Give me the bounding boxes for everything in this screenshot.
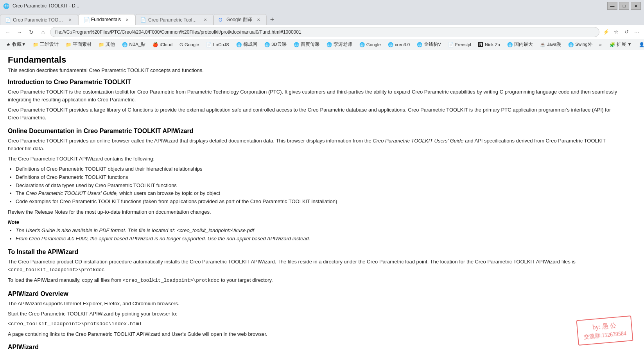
tab-close-1[interactable]: ✕ <box>67 17 73 23</box>
bookmark-flat[interactable]: 📁 平面素材 <box>63 41 95 48</box>
apple-icon: 🍎 <box>152 42 158 47</box>
java-icon: ☕ <box>540 42 545 47</box>
settings-icon[interactable]: ⋯ <box>632 28 641 36</box>
bookmark-label: 李涛老师 <box>334 41 352 47</box>
bookmark-label: LoCoJS <box>213 42 229 47</box>
bookmark-label: Nick Zo <box>485 42 500 47</box>
bookmark-baidu[interactable]: 🌐 百度传课 <box>291 41 323 48</box>
user-icon: N <box>478 42 483 47</box>
list-item: Declarations of data types used by Creo … <box>16 182 618 190</box>
bookmark-login[interactable]: 👤 登录管家 <box>636 41 644 48</box>
tab-favicon-2: 📄 <box>83 17 89 22</box>
tab-creo-html[interactable]: 📄 Creo Parametric Toolkit - HTM... ✕ <box>135 14 213 25</box>
intro-paragraph: This section describes fundamental Creo … <box>8 67 618 73</box>
bookmarks-bar: ★ 收藏▼ 📁 三维设计 📁 平面素材 📁 其他 🌐 NBA_贴 🍎 iClou… <box>0 39 644 50</box>
tab-close-3[interactable]: ✕ <box>202 17 208 23</box>
overview-para-1: The APIWizard supports Internet Explorer… <box>8 300 618 308</box>
title-bar-title: Creo Parametric TOOLKIT - D... <box>13 3 79 9</box>
bookmark-label: 收藏▼ <box>12 41 26 47</box>
tab-favicon-4: G <box>219 17 224 23</box>
title-bar: 🌐 Creo Parametric TOOLKIT - D... — □ ✕ <box>0 0 644 12</box>
bookmark-label: Google <box>366 42 381 47</box>
web-icon: 🌐 <box>359 42 365 47</box>
list-item: Definitions of Creo Parametric TOOLKIT f… <box>16 173 618 182</box>
minimize-button[interactable]: — <box>607 2 617 10</box>
bookmark-star-icon[interactable]: ☆ <box>612 28 621 36</box>
bookmark-label: 金钱豹V <box>424 41 441 47</box>
web-icon: 🌐 <box>388 42 393 47</box>
tab-favicon-3: 📄 <box>140 17 146 23</box>
section-heading-apiwizard: APIWizard <box>8 344 618 351</box>
page-title: Fundamentals <box>8 55 618 65</box>
bookmark-mian[interactable]: 🌐 棉成网 <box>233 41 260 48</box>
tab-label-3: Creo Parametric Toolkit - HTM... <box>148 17 199 23</box>
bookmark-nba[interactable]: 🌐 NBA_贴 <box>119 41 149 48</box>
bookmark-favorites[interactable]: ★ 收藏▼ <box>3 41 29 48</box>
tab-bar: 📄 Creo Parametric TOOLKIT - D... ✕ 📄 Fun… <box>0 12 644 25</box>
tab-label-2: Fundamentals <box>91 17 121 22</box>
person-icon: 👤 <box>639 42 644 47</box>
forward-button[interactable]: → <box>15 27 24 37</box>
bookmark-freestyl[interactable]: 📄 Freestyl <box>445 41 474 48</box>
reload-button[interactable]: ↻ <box>27 27 36 37</box>
bookmark-label: 3D云课 <box>271 41 287 47</box>
bookmark-extend[interactable]: 🧩 扩展 ▼ <box>606 41 635 48</box>
tab-creo-toolkit[interactable]: 📄 Creo Parametric TOOLKIT - D... ✕ <box>0 14 78 25</box>
close-button[interactable]: ✕ <box>631 2 641 10</box>
folder-icon: 📁 <box>66 42 71 47</box>
bookmark-other[interactable]: 📁 其他 <box>95 41 118 48</box>
bookmark-more[interactable]: » <box>596 41 605 48</box>
bookmark-label: NBA_贴 <box>129 41 145 47</box>
online-doc-list: Definitions of Creo Parametric TOOLKIT o… <box>16 165 618 206</box>
lightning-icon[interactable]: ⚡ <box>602 28 610 36</box>
address-right-controls: ⚡ ☆ ↺ ⋯ <box>602 28 641 36</box>
web-icon: 🌐 <box>417 42 422 47</box>
bookmark-jinqianbao[interactable]: 🌐 金钱豹V <box>414 41 444 48</box>
bookmark-google2[interactable]: 🌐 Google <box>356 41 384 48</box>
note-label: Note <box>8 219 618 225</box>
list-item: Definitions of Creo Parametric TOOLKIT o… <box>16 165 618 173</box>
bookmark-label: Java漫 <box>547 41 561 47</box>
bookmark-creo30[interactable]: 🌐 creo3.0 <box>385 41 413 48</box>
section-heading-intro: Introduction to Creo Parametric TOOLKIT <box>8 79 618 86</box>
address-input[interactable] <box>50 27 599 37</box>
bookmark-label: 棉成网 <box>243 41 257 47</box>
bookmark-locojs[interactable]: 📄 LoCoJS <box>203 41 232 48</box>
bookmark-icloud[interactable]: 🍎 iCloud <box>149 41 176 48</box>
tab-google-translate[interactable]: G Google 翻译 ✕ <box>213 14 267 25</box>
note-item: The User's Guide is also available in PD… <box>16 227 618 235</box>
web-icon: 🌐 <box>326 42 332 47</box>
home-button[interactable]: ⌂ <box>38 27 48 37</box>
tab-favicon-1: 📄 <box>5 17 11 23</box>
new-tab-button[interactable]: + <box>267 14 278 25</box>
bookmark-swing[interactable]: 🌐 Swing外 <box>565 41 595 48</box>
install-para-1: The Creo Parametric product CD installat… <box>8 258 618 274</box>
install-para-2: To load the APIWizard manually, copy all… <box>8 276 618 285</box>
history-icon[interactable]: ↺ <box>622 28 631 36</box>
google-icon: G <box>179 42 183 47</box>
online-doc-para-2: The Creo Parametric TOOLKIT APIWizard co… <box>8 155 618 163</box>
web-icon: 🌐 <box>568 42 574 47</box>
bookmark-3d[interactable]: 📁 三维设计 <box>30 41 62 48</box>
bookmark-label: 平面素材 <box>73 41 91 47</box>
bookmark-litao[interactable]: 🌐 李涛老师 <box>323 41 355 48</box>
bookmark-guoneizuda[interactable]: 🌐 国内最大 <box>504 41 536 48</box>
tab-close-4[interactable]: ✕ <box>255 17 262 23</box>
apiwizard-para-1: Click APIWizard to open the list of Creo… <box>8 353 618 355</box>
bookmark-nickzo[interactable]: N Nick Zo <box>475 41 503 48</box>
back-button[interactable]: ← <box>3 27 13 37</box>
overview-para-2: Start the Creo Parametric TOOLKIT APIWiz… <box>8 310 618 318</box>
bookmark-3dcloud[interactable]: 🌐 3D云课 <box>261 41 290 48</box>
tab-label-1: Creo Parametric TOOLKIT - D... <box>13 17 64 23</box>
bookmark-google[interactable]: G Google <box>176 41 202 48</box>
window-controls: — □ ✕ <box>607 2 641 10</box>
maximize-button[interactable]: □ <box>619 2 629 10</box>
list-item: Code examples for Creo Parametric TOOLKI… <box>16 198 618 206</box>
bookmark-label: 国内最大 <box>514 41 533 47</box>
star-icon: ★ <box>6 42 11 47</box>
doc-icon: 📄 <box>206 42 212 47</box>
tab-fundamentals[interactable]: 📄 Fundamentals ✕ <box>78 14 135 25</box>
section-heading-online-doc: Online Documentation in Creo Parametric … <box>8 128 618 135</box>
tab-close-2[interactable]: ✕ <box>124 16 130 23</box>
bookmark-java[interactable]: ☕ Java漫 <box>537 41 564 48</box>
